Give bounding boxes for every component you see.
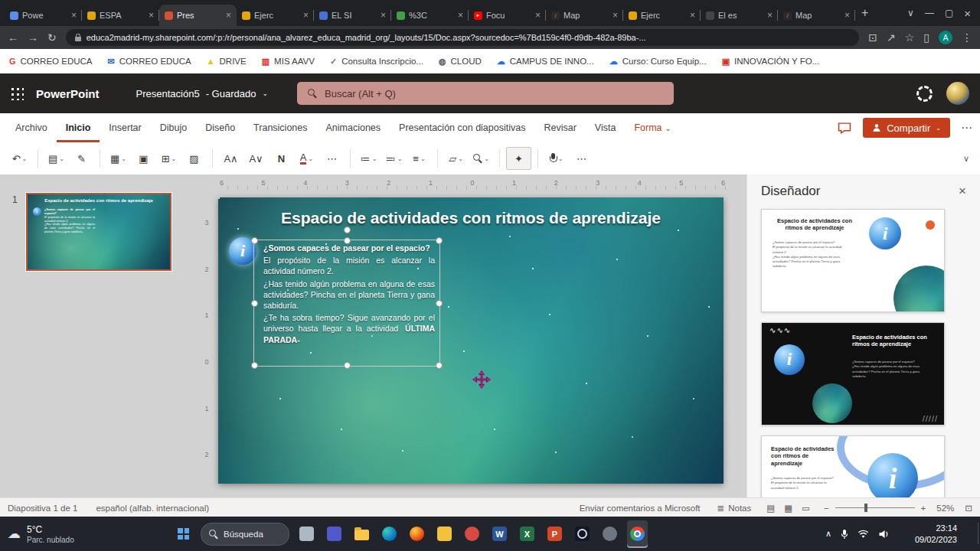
browser-tab[interactable]: EL SI × (314, 5, 391, 26)
paste-button[interactable]: ▤⌄ (44, 148, 68, 169)
selection-handle[interactable] (344, 237, 351, 244)
taskbar-firefox-icon[interactable] (407, 520, 427, 548)
close-icon[interactable]: × (458, 10, 463, 21)
bookmark-item[interactable]: ▲ DRIVE (207, 57, 247, 66)
close-icon[interactable]: × (767, 10, 773, 21)
app-name[interactable]: PowerPoint (36, 87, 100, 100)
gear-icon[interactable] (916, 86, 933, 102)
taskbar-powerpoint-icon[interactable]: P (544, 520, 565, 548)
layout-button[interactable]: ▣ (132, 148, 155, 169)
browser-tab[interactable]: / Map × (778, 5, 855, 26)
taskbar-word-icon[interactable]: W (489, 520, 510, 548)
bookmark-item[interactable]: ▥ MIS AAVV (262, 57, 315, 67)
fit-to-window-icon[interactable]: ⊡ (965, 503, 972, 514)
taskbar-browser-gray-icon[interactable] (599, 520, 620, 548)
taskbar-edge-icon[interactable] (379, 520, 400, 548)
tray-chevron-icon[interactable]: ∧ (825, 529, 831, 539)
zoom-slider-knob[interactable] (864, 504, 867, 512)
zoom-in-button[interactable]: + (921, 504, 926, 513)
browser-profile-avatar[interactable]: A (939, 31, 952, 44)
close-icon[interactable]: × (226, 10, 231, 21)
bookmark-item[interactable]: ▣ INNOVACIÓN Y FO... (722, 57, 820, 67)
tab-dibujo[interactable]: Dibujo (151, 113, 196, 142)
taskbar-app-yellow-icon[interactable] (434, 520, 455, 548)
close-icon[interactable]: × (71, 10, 77, 21)
taskbar-chrome-icon[interactable] (627, 520, 648, 548)
selection-handle[interactable] (251, 300, 258, 307)
slide-canvas[interactable]: Espacio de actividades con ritmos de apr… (218, 197, 724, 484)
browser-tab[interactable]: Powe × (5, 5, 82, 26)
shrink-font-button[interactable]: A∨ (244, 148, 268, 169)
wifi-icon[interactable] (858, 530, 869, 539)
bookmark-item[interactable]: ✓ Consulta Inscripcio... (330, 57, 423, 67)
designer-button[interactable]: ✦ (506, 147, 531, 170)
bookmark-item[interactable]: ☁ CAMPUS DE INNO... (497, 57, 594, 67)
forward-icon[interactable]: → (28, 31, 38, 44)
maximize-button[interactable]: ▢ (945, 8, 953, 18)
back-icon[interactable]: ← (8, 31, 18, 44)
side-panel-icon[interactable]: ▯ (923, 31, 929, 44)
image-button[interactable]: ▨ (182, 148, 206, 169)
tab-search-icon[interactable]: ∨ (907, 8, 914, 18)
cast-icon[interactable]: ⊡ (868, 31, 877, 44)
selection-handle[interactable] (436, 362, 443, 369)
selection-handle[interactable] (251, 237, 258, 244)
selection-handle[interactable] (251, 362, 258, 369)
taskbar-explorer-icon[interactable] (351, 520, 372, 548)
close-icon[interactable]: × (303, 10, 309, 21)
weather-widget[interactable]: ☁ 5°C Parc. nublado (8, 524, 74, 544)
bookmark-item[interactable]: G CORREO EDUCA (9, 57, 93, 66)
bookmark-star-icon[interactable]: ☆ (905, 31, 915, 44)
close-icon[interactable]: × (535, 10, 541, 21)
zoom-slider[interactable] (835, 507, 915, 508)
font-color-button[interactable]: A⌄ (295, 148, 318, 169)
view-present-icon[interactable]: ▭ (802, 503, 810, 514)
tab-vista[interactable]: Vista (586, 113, 626, 142)
document-title[interactable]: Presentación5 - Guardado ⌄ (136, 88, 268, 99)
close-icon[interactable]: × (612, 10, 618, 21)
zoom-level[interactable]: 52% (936, 504, 954, 513)
undo-button[interactable]: ↶⌄ (8, 148, 31, 169)
tab-revisar[interactable]: Revisar (534, 113, 585, 142)
share-icon[interactable]: ↗ (887, 31, 896, 44)
tab-animaciones[interactable]: Animaciones (317, 113, 390, 142)
close-icon[interactable]: × (959, 184, 966, 199)
browser-tab[interactable]: %3C × (391, 5, 469, 26)
bookmark-item[interactable]: ☁ Curso: Curso Equip... (609, 57, 707, 67)
share-button[interactable]: Compartir ⌄ (863, 118, 950, 138)
numbering-button[interactable]: ≕⌄ (382, 148, 406, 169)
close-icon[interactable]: × (381, 10, 386, 21)
table-button[interactable]: ⊞⌄ (157, 148, 181, 169)
bold-button[interactable]: N (270, 148, 293, 169)
feedback-link[interactable]: Enviar comentarios a Microsoft (580, 504, 701, 513)
address-bar[interactable]: educa2madrid-my.sharepoint.com/:p:/r/per… (66, 29, 860, 46)
chevron-down-icon[interactable]: ⌄ (665, 113, 679, 142)
tab-inicio[interactable]: Inicio (57, 113, 100, 142)
taskbar-excel-icon[interactable]: X (517, 520, 537, 548)
show-desktop-button[interactable] (978, 523, 978, 544)
shapes-button[interactable]: ▱⌄ (444, 148, 468, 169)
taskbar-search[interactable]: Búsqueda (201, 523, 289, 546)
tab-archivo[interactable]: Archivo (6, 113, 57, 142)
bookmark-item[interactable]: ✉ CORREO EDUCA (108, 57, 191, 67)
zoom-out-button[interactable]: − (824, 504, 829, 513)
selection-handle[interactable] (344, 362, 351, 369)
profile-avatar[interactable] (946, 82, 969, 105)
search-input[interactable]: Buscar (Alt + Q) (297, 82, 674, 105)
comments-icon[interactable] (837, 122, 852, 135)
new-slide-button[interactable]: ▦⌄ (106, 148, 130, 169)
browser-tab[interactable]: El es × (701, 5, 778, 26)
browser-tab-active[interactable]: Pres × (159, 5, 237, 26)
minimize-button[interactable]: — (925, 8, 934, 18)
taskbar-clock[interactable]: 23:14 09/02/2023 (915, 523, 957, 546)
collapse-ribbon-icon[interactable]: ∨ (963, 154, 972, 164)
format-painter-button[interactable]: ✎ (70, 148, 93, 169)
selection-handle[interactable] (436, 300, 443, 307)
browser-tab[interactable]: ▸ Focu × (469, 5, 546, 26)
start-button[interactable] (173, 520, 194, 548)
selected-text-box[interactable]: ¿Somos capaces de pasear por el espacio?… (253, 240, 440, 367)
close-icon[interactable]: × (149, 10, 154, 21)
taskbar-teams-icon[interactable] (324, 520, 345, 548)
tab-insertar[interactable]: Insertar (100, 113, 150, 142)
design-suggestion-3[interactable]: Espacio de actividades con ritmos de apr… (761, 435, 945, 497)
